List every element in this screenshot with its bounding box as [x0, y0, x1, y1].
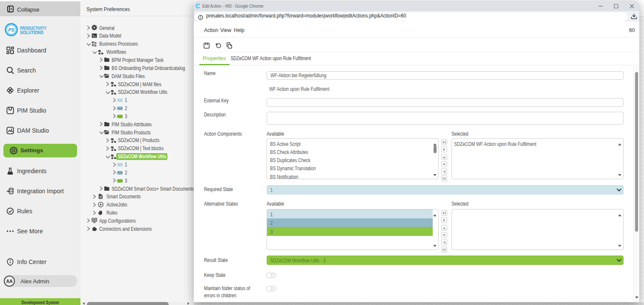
svg-text:SOLUTIONS: SOLUTIONS [20, 30, 43, 35]
svg-text:PS: PS [8, 27, 14, 32]
